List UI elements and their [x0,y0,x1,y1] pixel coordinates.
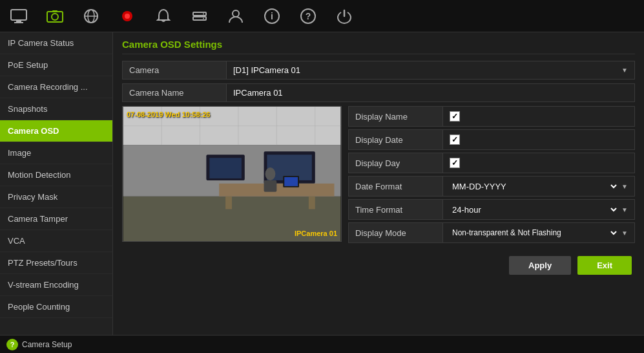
display-date-value[interactable] [442,130,634,149]
live-view-icon[interactable] [6,4,31,28]
bottom-status-icon: ? [6,339,18,350]
display-mode-row: Display Mode Non-transparent & Not Flash… [348,222,635,243]
alarm-icon[interactable] [151,4,176,28]
display-mode-select[interactable]: Non-transparent & Not Flashing Transpare… [450,228,619,238]
display-name-row: Display Name [348,106,635,127]
osd-settings-panel: Display Name Display Date Display Day [348,106,635,275]
display-name-value[interactable] [442,107,634,126]
display-name-checkbox[interactable] [450,111,460,122]
sidebar-item-image[interactable]: Image [0,142,112,164]
display-date-checkbox[interactable] [450,134,460,145]
sidebar-item-snapshots[interactable]: Snapshots [0,98,112,120]
date-format-arrow: ▼ [621,183,628,190]
exit-button[interactable]: Exit [577,256,632,275]
svg-point-10 [125,14,130,19]
camera-label: Camera [123,61,226,79]
sidebar-item-camera-tamper[interactable]: Camera Tamper [0,208,112,230]
display-day-checkbox[interactable] [450,158,460,168]
preview-timestamp: 07-08-2019 Wed 10:58:26 [127,111,210,118]
display-mode-label: Display Mode [349,228,442,238]
svg-rect-36 [309,197,315,209]
time-format-row: Time Format 24-hour 12-hour ▼ [348,199,635,220]
svg-rect-34 [219,184,334,197]
apply-button[interactable]: Apply [509,256,571,275]
camera-preview: 07-08-2019 Wed 10:58:26 IPCamera 01 [122,106,342,242]
sidebar-item-ip-camera-status[interactable]: IP Camera Status [0,32,112,54]
date-format-value[interactable]: MM-DD-YYYY DD-MM-YYYY YYYY-MM-DD ▼ [442,176,634,196]
svg-rect-0 [11,10,26,20]
sidebar-item-ptz-presets[interactable]: PTZ Presets/Tours [0,252,112,274]
sidebar-item-camera-recording[interactable]: Camera Recording ... [0,76,112,98]
camera-name-row: Camera Name IPCamera 01 [122,83,635,102]
display-mode-arrow: ▼ [621,230,628,237]
display-name-label: Display Name [349,112,442,122]
display-day-row: Display Day [348,153,635,173]
page-title: Camera OSD Settings [122,39,635,54]
display-date-label: Display Date [349,135,442,145]
camera-value-text: [D1] IPCamera 01 [233,65,300,75]
storage-icon[interactable] [187,4,212,28]
svg-text:i: i [271,11,273,21]
svg-point-4 [52,14,58,20]
sidebar: IP Camera Status PoE Setup Camera Record… [0,32,113,335]
date-format-select[interactable]: MM-DD-YYYY DD-MM-YYYY YYYY-MM-DD [450,181,619,192]
camera-selector-row: Camera [D1] IPCamera 01 ▼ [122,61,635,80]
camera-name-label: Camera Name [123,84,226,102]
camera-name-text: IPCamera 01 [233,88,283,98]
camera-name-value: IPCamera 01 [226,84,634,102]
display-mode-value[interactable]: Non-transparent & Not Flashing Transpare… [442,223,634,242]
sidebar-item-people-counting[interactable]: People Counting [0,296,112,318]
svg-point-14 [203,17,204,19]
bottom-bar: ? Camera Setup [0,335,644,353]
network-icon[interactable] [79,4,103,28]
date-format-label: Date Format [349,182,442,191]
svg-point-37 [265,167,276,180]
svg-point-15 [233,10,239,17]
display-day-label: Display Day [349,158,442,168]
camera-value[interactable]: [D1] IPCamera 01 ▼ [226,61,634,79]
time-format-arrow: ▼ [621,206,628,213]
svg-rect-35 [225,197,232,209]
date-format-row: Date Format MM-DD-YYYY DD-MM-YYYY YYYY-M… [348,176,635,197]
sidebar-item-v-stream[interactable]: V-stream Encoding [0,274,112,296]
preview-camera-label: IPCamera 01 [295,230,337,237]
sidebar-item-motion-detection[interactable]: Motion Detection [0,164,112,186]
svg-rect-33 [209,158,242,178]
display-date-row: Display Date [348,129,635,150]
camera-scene-svg [123,107,341,241]
time-format-select[interactable]: 24-hour 12-hour [450,204,619,215]
svg-point-13 [203,13,204,14]
camera-icon[interactable] [43,4,67,28]
svg-rect-2 [14,22,23,23]
info-icon[interactable]: i [260,4,284,28]
svg-rect-40 [284,177,298,186]
main-layout: IP Camera Status PoE Setup Camera Record… [0,32,644,335]
user-icon[interactable] [223,4,248,28]
sidebar-item-camera-osd[interactable]: Camera OSD [0,120,112,142]
middle-section: 07-08-2019 Wed 10:58:26 IPCamera 01 Disp… [122,106,635,275]
record-icon[interactable] [115,4,140,28]
svg-rect-5 [52,10,57,12]
svg-text:?: ? [306,11,311,21]
svg-rect-38 [264,180,277,192]
button-row: Apply Exit [348,256,635,275]
power-icon[interactable] [332,4,357,28]
top-nav: i ? [0,0,644,32]
svg-rect-1 [16,20,21,22]
help-icon[interactable]: ? [296,4,320,28]
sidebar-item-poe-setup[interactable]: PoE Setup [0,54,112,76]
time-format-value[interactable]: 24-hour 12-hour ▼ [442,200,634,219]
time-format-label: Time Format [349,205,442,215]
camera-dropdown-arrow: ▼ [621,67,628,74]
sidebar-item-privacy-mask[interactable]: Privacy Mask [0,186,112,208]
display-day-value[interactable] [442,153,634,173]
sidebar-item-vca[interactable]: VCA [0,230,112,252]
bottom-label: Camera Setup [22,340,72,349]
content-area: Camera OSD Settings Camera [D1] IPCamera… [113,32,644,335]
